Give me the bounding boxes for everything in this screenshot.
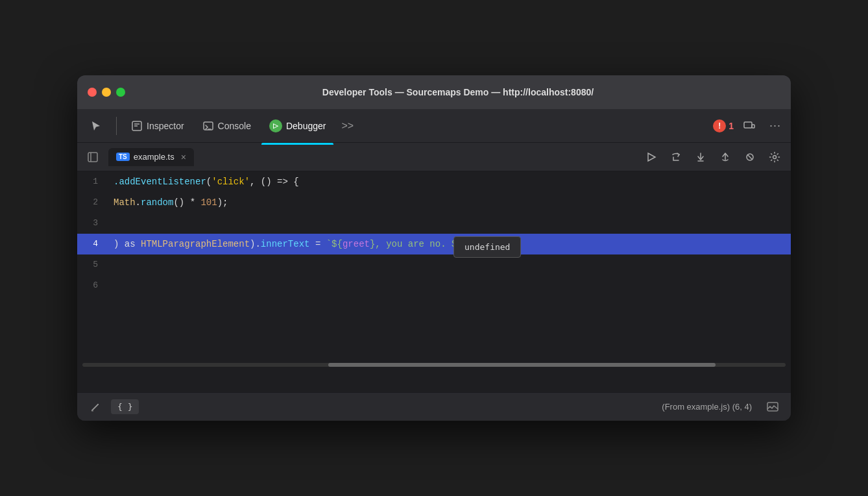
step-in-button[interactable] [690,146,712,168]
source-map-icon-button[interactable] [762,397,783,417]
file-position: (From example.js) (6, 4) [662,402,752,412]
console-icon [202,120,214,132]
line-number-4: 4 [77,234,108,254]
svg-marker-6 [648,153,655,161]
line-number-2: 2 [77,192,108,213]
svg-rect-1 [204,122,213,130]
status-left: { } [85,397,139,417]
console-label: Console [218,121,251,131]
code-line-2: 2 Math.random() * 101); [77,192,791,213]
settings-button[interactable] [764,146,786,168]
file-tab[interactable]: TS example.ts × [108,148,194,166]
divider-1 [116,117,117,135]
status-bar: { } (From example.js) (6, 4) [77,392,791,421]
error-icon: ! [713,119,726,132]
code-line-3: 3 [77,213,791,234]
inspector-tab[interactable]: Inspector [123,116,192,136]
tooltip-undefined: undefined [453,236,521,258]
maximize-button[interactable] [116,88,125,97]
line-number-6: 6 [77,275,108,296]
dots-icon: ··· [769,119,781,132]
code-editor[interactable]: 1 .addEventListener('click', () => { 2 M… [77,171,791,392]
close-button[interactable] [88,88,97,97]
line-content-4: ) as HTMLParagraphElement).innerText = `… [108,234,791,254]
traffic-lights [88,88,125,97]
more-tools-button[interactable]: >> [336,118,359,134]
debugger-tab[interactable]: ▷ Debugger [261,116,334,136]
file-name: example.ts [134,152,175,162]
debugger-icon: ▷ [269,119,282,132]
pointer-icon [90,120,102,132]
editor-container: TS example.ts × [77,143,791,421]
code-empty-space [77,296,791,361]
editor-tabs: TS example.ts × [77,143,791,171]
scrollbar-track [82,363,786,367]
debugger-label: Debugger [286,121,326,131]
minimize-button[interactable] [102,88,111,97]
svg-rect-4 [88,153,97,162]
code-line-6: 6 [77,275,791,296]
code-line-5: 5 [77,254,791,275]
toolbar: Inspector Console ▷ Debugger >> ! 1 [77,109,791,143]
toolbar-right: ! 1 ··· [713,116,786,136]
code-line-4: 4 ) as HTMLParagraphElement).innerText =… [77,234,791,254]
error-count: 1 [729,121,734,131]
inspector-label: Inspector [147,121,184,131]
step-out-button[interactable] [714,146,736,168]
window-title: Developer Tools — Sourcemaps Demo — http… [136,87,780,97]
line-content-2: Math.random() * 101); [108,192,791,213]
console-tab[interactable]: Console [195,116,259,136]
scrollbar-thumb[interactable] [328,363,715,367]
line-number-3: 3 [77,213,108,234]
resume-button[interactable] [640,146,662,168]
svg-rect-3 [752,125,754,128]
sidebar-toggle-button[interactable] [82,147,103,167]
horizontal-scrollbar[interactable] [77,361,791,369]
line-number-5: 5 [77,254,108,275]
error-badge[interactable]: ! 1 [713,119,734,132]
inspector-icon [131,120,143,132]
responsive-mode-button[interactable] [739,116,760,136]
status-right: (From example.js) (6, 4) [662,397,783,417]
step-over-button[interactable] [665,146,687,168]
line-number-1: 1 [77,171,108,192]
devtools-window: Developer Tools — Sourcemaps Demo — http… [77,75,791,421]
svg-point-10 [773,155,777,158]
more-options-button[interactable]: ··· [765,116,786,136]
debugger-controls [640,146,786,168]
svg-line-9 [747,155,753,160]
code-line-1: 1 .addEventListener('click', () => { [77,171,791,192]
edit-icon-button[interactable] [85,397,106,417]
svg-rect-2 [744,122,752,128]
pointer-tool-button[interactable] [82,116,110,136]
title-bar: Developer Tools — Sourcemaps Demo — http… [77,75,791,109]
ts-badge: TS [116,153,130,161]
tab-close-button[interactable]: × [181,152,186,162]
pretty-print-button[interactable]: { } [111,399,139,414]
disable-breakpoints-button[interactable] [739,146,761,168]
line-content-1: .addEventListener('click', () => { [108,171,791,192]
